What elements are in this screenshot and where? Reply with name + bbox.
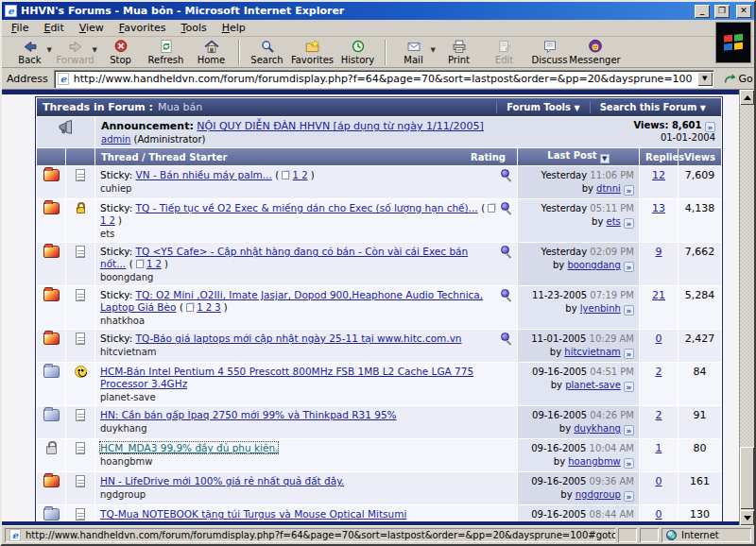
scrollbar-thumb[interactable] <box>740 447 754 509</box>
goto-last-post-icon[interactable]: » <box>624 262 634 272</box>
go-button[interactable]: Go <box>719 72 756 86</box>
history-button[interactable]: History <box>335 38 380 67</box>
last-post-time: 02:09 PM <box>590 247 634 257</box>
discuss-button[interactable]: Discuss <box>527 38 572 67</box>
thread-author: hoangbmw <box>100 456 512 467</box>
status-panel-empty <box>618 528 637 542</box>
forward-dropdown-icon[interactable]: ▼ <box>93 46 97 54</box>
thread-page-links[interactable]: 1 2 <box>100 215 115 226</box>
forward-icon <box>67 39 84 55</box>
goto-last-post-icon[interactable]: » <box>624 458 634 469</box>
thread-status-icon <box>43 333 60 345</box>
goto-last-post-icon[interactable]: » <box>624 382 634 392</box>
thread-title-link[interactable]: TQ-Báo giá laptops mới cập nhật ngày 25-… <box>136 333 462 344</box>
search-this-forum-menu[interactable]: Search this Forum ▼ <box>590 101 715 113</box>
messenger-icon <box>587 39 604 55</box>
replies-count-link[interactable]: 0 <box>656 475 662 487</box>
search-button[interactable]: Search <box>245 38 289 67</box>
replies-count-link[interactable]: 0 <box>656 508 662 520</box>
last-post-user-link[interactable]: boongdang <box>567 260 620 270</box>
last-post-user-link[interactable]: dtnni <box>596 183 621 194</box>
goto-last-post-icon[interactable]: » <box>624 185 634 196</box>
replies-count-link[interactable]: 13 <box>652 202 665 214</box>
thread-page-links[interactable]: 1 2 <box>293 170 308 180</box>
goto-last-post-icon[interactable]: » <box>624 425 634 435</box>
replies-count-link[interactable]: 21 <box>652 289 665 301</box>
menu-file[interactable]: File <box>9 20 36 36</box>
address-input[interactable]: e http://www.handheldvn.com/forum/forumd… <box>54 70 713 88</box>
thread-status-icon <box>43 289 60 301</box>
close-button[interactable]: ✕ <box>736 5 751 18</box>
menu-tools[interactable]: Tools <box>180 20 215 36</box>
edit-button[interactable]: Edit <box>482 38 526 67</box>
column-last-post[interactable]: Last Post▼ <box>518 148 639 165</box>
scroll-up-button[interactable] <box>740 90 754 105</box>
thread-title-link[interactable]: HN: Cần bán gấp Ipaq 2750 mới 99% và Thi… <box>100 409 397 420</box>
announcement-title-link[interactable]: NỘI QUY DIỄN ĐÀN HHVN [áp dụng từ ngày 1… <box>197 120 483 132</box>
last-post-user-link[interactable]: duykhang <box>574 423 621 434</box>
menu-favorites[interactable]: Favorites <box>117 20 174 36</box>
replies-count-link[interactable]: 0 <box>656 333 662 345</box>
last-post-user-link[interactable]: planet-save <box>565 380 621 390</box>
column-header-row: RatingThread / Thread Starter Last Post▼… <box>37 148 721 165</box>
goto-announcement-icon[interactable]: » <box>705 122 715 132</box>
thread-title-link[interactable]: HCM-Bán Intel Pentium 4 550 Prescott 800… <box>100 366 473 389</box>
last-post-user-link[interactable]: lyenbinh <box>580 303 621 314</box>
thread-page-links[interactable]: 1 2 <box>146 259 162 269</box>
sticky-pin-icon <box>500 202 512 217</box>
menu-edit[interactable]: Edit <box>42 20 71 36</box>
address-dropdown-icon[interactable]: ▼ <box>697 72 713 86</box>
thread-title-link[interactable]: VN - Bán nhiều máy palm... <box>136 169 272 180</box>
replies-count-link[interactable]: 2 <box>656 409 662 421</box>
forum-tools-menu[interactable]: Forum Tools ▼ <box>496 101 590 113</box>
back-dropdown-icon[interactable]: ▼ <box>47 46 52 54</box>
title-bar: e HHVN's Forums - Mua bỏn - Microsoft In… <box>2 2 754 20</box>
column-views[interactable]: Views <box>679 148 721 165</box>
menu-view[interactable]: View <box>77 20 112 36</box>
thread-author: hitcvietnam <box>100 347 512 357</box>
replies-count-link[interactable]: 2 <box>656 366 662 378</box>
announcement-author-link[interactable]: admin <box>101 134 130 145</box>
thread-title-link[interactable]: TQ: O2 Mini ,O2IIi, Imate Jasjar, Dopod … <box>100 289 483 313</box>
last-post-user-link[interactable]: ngdgroup <box>576 489 621 500</box>
goto-last-post-icon[interactable]: » <box>624 305 634 316</box>
messenger-button[interactable]: Messenger <box>573 38 617 67</box>
thread-title-link[interactable]: HN - LifeDrive mới 100% giá rẻ nhất quả … <box>100 475 344 486</box>
last-post-user-link[interactable]: hoangbmw <box>568 456 621 467</box>
last-post-time: 07:19 PM <box>590 290 634 300</box>
goto-last-post-icon[interactable]: » <box>624 218 634 229</box>
restore-button[interactable]: ❐ <box>714 5 730 18</box>
scroll-down-button[interactable] <box>740 510 754 525</box>
thread-title-link[interactable]: HCM_MDA3 99,9% đầy đủ phụ kiện. <box>100 442 278 453</box>
window-title: HHVN's Forums - Mua bỏn - Microsoft Inte… <box>21 5 690 17</box>
thread-title-link[interactable]: TQ - Tiếp tục về O2 Exec & miếng dán cho… <box>136 202 478 213</box>
mail-dropdown-icon[interactable]: ▼ <box>431 46 436 54</box>
refresh-button[interactable]: Refresh <box>144 38 188 67</box>
last-post-user-link[interactable]: ets <box>607 216 621 227</box>
vertical-scrollbar[interactable] <box>739 90 754 525</box>
home-button[interactable]: Home <box>189 38 233 67</box>
thread-title-link[interactable]: TQ-Mua NOTEBOOK tặng túi Turgus và Mouse… <box>100 508 406 520</box>
last-post-user-link[interactable]: hitcvietnam <box>564 347 621 357</box>
replies-count-link[interactable]: 12 <box>652 169 665 181</box>
minimize-button[interactable]: _ <box>695 5 710 18</box>
print-button[interactable]: Print <box>437 38 481 67</box>
column-thread[interactable]: RatingThread / Thread Starter <box>95 148 517 165</box>
last-post-date: 09-16-2005 <box>532 410 587 420</box>
forward-button[interactable]: Forward ▼ <box>53 38 97 67</box>
thread-page-links[interactable]: 1 2 3 <box>197 302 220 313</box>
menu-help[interactable]: Help <box>220 20 253 36</box>
favorites-button[interactable]: Favorites <box>290 38 335 67</box>
thread-status-icon <box>43 202 60 214</box>
column-replies[interactable]: Replies <box>640 148 678 165</box>
column-rating[interactable]: Rating <box>471 152 506 162</box>
back-button[interactable]: Back ▼ <box>8 38 52 67</box>
thread-author: planet-save <box>100 392 512 402</box>
goto-last-post-icon[interactable]: » <box>624 491 634 502</box>
goto-last-post-icon[interactable]: » <box>624 349 634 359</box>
mail-button[interactable]: Mail ▼ <box>391 38 436 67</box>
stop-button[interactable]: Stop <box>98 38 143 67</box>
replies-count-link[interactable]: 9 <box>656 246 662 258</box>
replies-count-link[interactable]: 1 <box>656 442 662 454</box>
address-url[interactable]: http://www.handheldvn.com/forum/forumdis… <box>74 73 693 85</box>
